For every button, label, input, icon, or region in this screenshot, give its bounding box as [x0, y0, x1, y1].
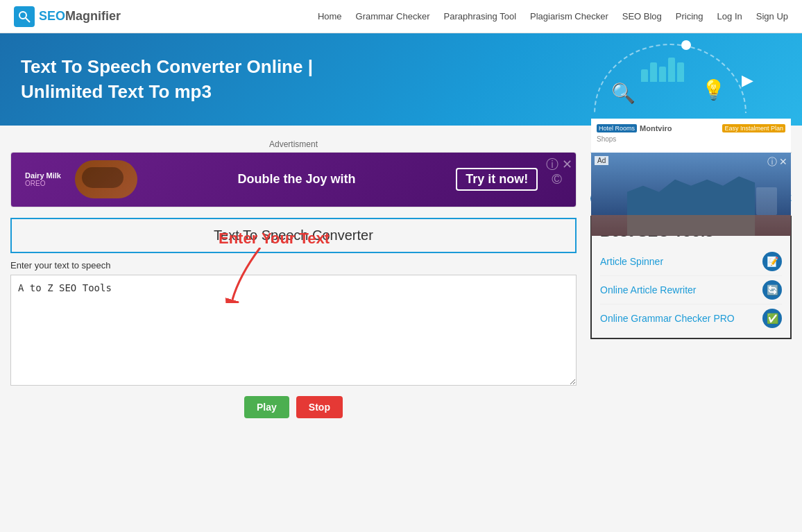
nav-links: Home Grammar Checker Paraphrasing Tool P… — [318, 11, 788, 22]
navbar: SEOMagnifier Home Grammar Checker Paraph… — [0, 0, 802, 33]
right-ad-badge: Ad — [595, 156, 608, 165]
nav-paraphrasing[interactable]: Paraphrasing Tool — [443, 11, 516, 22]
button-row: Play Stop — [10, 396, 577, 418]
nav-login[interactable]: Log In — [717, 11, 742, 22]
right-ad-hotel-label: Hotel Rooms — [597, 124, 637, 132]
deco-bulb-icon: 💡 — [701, 78, 726, 101]
hero-decoration: 🔍 💡 ▶ — [552, 40, 760, 117]
logo-icon — [14, 6, 35, 27]
svg-line-1 — [26, 18, 30, 22]
play-button[interactable]: Play — [244, 396, 289, 418]
left-panel: Advertisment ⓘ ✕ Dairy Milk OREO Double … — [10, 139, 577, 418]
seo-tool-link-1[interactable]: Article Spinner — [600, 256, 663, 267]
ad-label: Advertisment — [10, 139, 577, 149]
seo-tool-icon-3: ✅ — [762, 309, 782, 328]
nav-plagiarism[interactable]: Plagiarism Checker — [530, 11, 608, 22]
nav-grammar[interactable]: Grammar Checker — [356, 11, 430, 22]
nav-home[interactable]: Home — [318, 11, 342, 22]
deco-search-icon: 🔍 — [611, 82, 635, 105]
ad-text: Double the Joy with — [151, 172, 442, 187]
deco-arrow-icon: ▶ — [742, 71, 753, 89]
right-ad-info-icon[interactable]: ⓘ — [767, 156, 777, 169]
speech-textarea[interactable] — [10, 275, 577, 386]
main-content: Advertisment ⓘ ✕ Dairy Milk OREO Double … — [0, 126, 802, 432]
hero-banner: Text To Speech Converter Online | Unlimi… — [0, 33, 802, 126]
input-label: Enter your text to speech — [10, 260, 577, 271]
right-ad-caption-box: Hotel Rooms Montviro Easy Instalment Pla… — [591, 119, 791, 153]
right-ad-shops-label: Shops — [597, 135, 616, 143]
ad-product-image — [75, 160, 137, 198]
right-ad-container: Hotel Rooms Montviro Easy Instalment Pla… — [590, 152, 792, 153]
text-input-area: Enter Your Text — [10, 275, 577, 388]
seo-tool-item-1: Article Spinner 📝 — [600, 248, 782, 276]
right-ad-image — [591, 153, 791, 236]
ad-corner-icon: ⓘ ✕ — [546, 156, 572, 173]
right-ad-brand-name: Montviro — [640, 124, 672, 132]
ad-logo-icon: © — [552, 171, 562, 187]
converter-title: Text To Speech Converter — [10, 218, 577, 253]
ad-banner: ⓘ ✕ Dairy Milk OREO Double the Joy with … — [10, 152, 577, 207]
logo-text: SEOMagnifier — [39, 9, 121, 24]
right-panel: Advertisment Hotel Rooms Montviro Easy I… — [590, 139, 792, 418]
stop-button[interactable]: Stop — [296, 396, 343, 418]
ad-banner-inner: Dairy Milk OREO Double the Joy with Try … — [25, 160, 562, 198]
seo-tool-item-3: Online Grammar Checker PRO ✅ — [600, 304, 782, 332]
seo-tool-link-3[interactable]: Online Grammar Checker PRO — [600, 313, 735, 324]
ad-cta: Try it now! — [456, 168, 538, 191]
right-ad-subtitle: Shops — [597, 135, 785, 143]
seo-tool-icon-1: 📝 — [762, 252, 782, 271]
seo-tool-icon-2: 🔄 — [762, 280, 782, 300]
right-ad-close-icon[interactable]: ✕ — [779, 156, 787, 167]
deco-bar-chart — [641, 58, 684, 82]
nav-pricing[interactable]: Pricing — [676, 11, 703, 22]
seo-tool-item-2: Online Article Rewriter 🔄 — [600, 276, 782, 304]
svg-point-0 — [19, 12, 26, 19]
nav-signup[interactable]: Sign Up — [756, 11, 788, 22]
logo[interactable]: SEOMagnifier — [14, 6, 121, 27]
right-ad-plan-label: Easy Instalment Plan — [722, 124, 785, 132]
nav-blog[interactable]: SEO Blog — [622, 11, 662, 22]
hero-title: Text To Speech Converter Online | Unlimi… — [21, 54, 313, 105]
seo-tool-link-2[interactable]: Online Article Rewriter — [600, 284, 697, 295]
right-ad-brand: Hotel Rooms Montviro Easy Instalment Pla… — [597, 124, 785, 132]
